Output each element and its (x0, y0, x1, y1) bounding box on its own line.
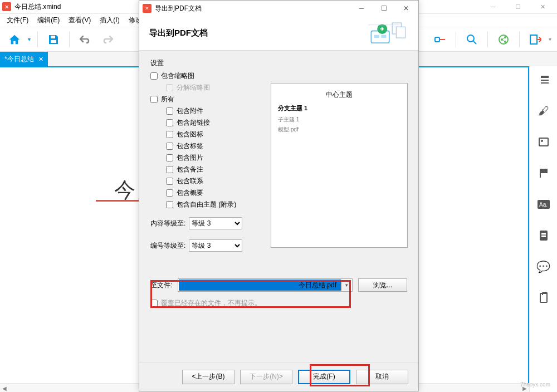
right-panel: 🖌 Aa. 💬 (529, 66, 557, 392)
number-level-label: 编号等级至: (150, 241, 185, 251)
checkbox-overwrite[interactable]: 覆盖已经存在的文件，不再提示。 (150, 298, 407, 308)
outline-icon[interactable] (537, 73, 550, 86)
notes-icon[interactable] (537, 229, 550, 242)
preview-center-topic: 中心主题 (278, 90, 400, 100)
dialog-titlebar: 导出到PDF文档 ─ ☐ ✕ (139, 1, 418, 16)
svg-point-6 (499, 35, 508, 44)
comments-icon[interactable]: 💬 (537, 260, 550, 273)
back-button[interactable]: <上一步(B) (182, 370, 234, 384)
main-title: 今日总结.xmind (14, 2, 61, 12)
svg-rect-0 (51, 36, 55, 38)
content-level-label: 内容等级至: (150, 219, 185, 228)
redo-icon[interactable] (99, 31, 116, 48)
tab-close-icon[interactable]: ✕ (38, 56, 43, 63)
preview-pane: 中心主题 分支主题 1 子主题 1 模型.pdf (271, 83, 408, 248)
next-button: 下一步(N)> (240, 370, 292, 384)
dialog-app-icon (143, 4, 152, 13)
svg-line-5 (473, 41, 476, 44)
image-icon[interactable] (537, 135, 550, 149)
menu-view[interactable]: 查看(V) (65, 14, 94, 26)
preview-subtopic: 子主题 1 (278, 116, 400, 124)
finish-button[interactable]: 完成(F) (298, 370, 350, 384)
file-path-value: 今日总结.pdf (299, 281, 336, 290)
main-maximize-button[interactable]: ☐ (506, 0, 530, 14)
dialog-maximize-button[interactable]: ☐ (373, 1, 395, 16)
preview-file: 模型.pdf (278, 126, 400, 134)
task-icon[interactable] (537, 291, 550, 305)
canvas-title-underline (96, 200, 144, 202)
save-icon[interactable] (45, 31, 62, 48)
svg-rect-2 (435, 37, 439, 42)
svg-rect-15 (381, 35, 386, 37)
svg-rect-18 (396, 27, 405, 38)
preview-branch: 分支主题 1 (278, 104, 400, 112)
svg-rect-12 (530, 35, 537, 44)
main-minimize-button[interactable]: ─ (481, 0, 506, 14)
share-icon[interactable] (495, 31, 512, 48)
menu-edit[interactable]: 编辑(E) (34, 14, 63, 26)
font-icon[interactable]: Aa. (537, 198, 550, 211)
dialog-close-button[interactable]: ✕ (395, 1, 417, 16)
document-tab[interactable]: *今日总结 ✕ (0, 52, 48, 66)
chevron-down-icon[interactable]: ▾ (341, 280, 351, 291)
checkbox-include-thumbnail[interactable]: 包含缩略图 (150, 71, 407, 81)
svg-point-4 (467, 35, 474, 42)
scroll-left-icon[interactable]: ◀ (0, 384, 9, 392)
zoom-icon[interactable] (463, 31, 481, 48)
svg-rect-1 (51, 40, 56, 43)
file-path-combo[interactable]: 今日总结.pdf ▾ (178, 278, 353, 292)
svg-rect-14 (374, 35, 379, 37)
app-icon (2, 2, 11, 11)
dialog-heading: 导出到PDF文档 (149, 28, 208, 38)
svg-line-10 (502, 37, 505, 40)
svg-line-11 (502, 40, 505, 42)
dialog-heading-graphic (368, 20, 408, 47)
topic-icon[interactable] (431, 31, 449, 48)
tab-title: *今日总结 (4, 55, 34, 64)
export-icon[interactable] (526, 31, 544, 48)
file-label: 至文件: (150, 281, 172, 290)
cancel-button[interactable]: 取消 (356, 370, 408, 384)
number-level-select[interactable]: 等级 3 (189, 239, 242, 252)
dialog-footer: <上一步(B) 下一步(N)> 完成(F) 取消 (139, 362, 418, 391)
undo-icon[interactable] (76, 31, 94, 48)
dialog-heading-row: 导出到PDF文档 (139, 16, 418, 51)
home-icon[interactable] (6, 31, 23, 48)
browse-button[interactable]: 浏览... (358, 278, 407, 292)
export-pdf-dialog: 导出到PDF文档 ─ ☐ ✕ 导出到PDF文档 设置 包含缩略图 分解缩略图 所… (139, 0, 419, 391)
settings-label: 设置 (150, 58, 407, 68)
menu-insert[interactable]: 插入(I) (96, 14, 123, 26)
watermark: 7haoyx.com (520, 381, 550, 388)
style-icon[interactable]: 🖌 (537, 104, 550, 117)
marker-icon[interactable] (537, 166, 550, 180)
content-level-select[interactable]: 等级 3 (189, 217, 242, 229)
menu-file[interactable]: 文件(F) (3, 14, 32, 26)
main-close-button[interactable]: ✕ (530, 0, 555, 14)
dialog-title-text: 导出到PDF文档 (155, 4, 202, 13)
dialog-minimize-button[interactable]: ─ (350, 1, 373, 16)
